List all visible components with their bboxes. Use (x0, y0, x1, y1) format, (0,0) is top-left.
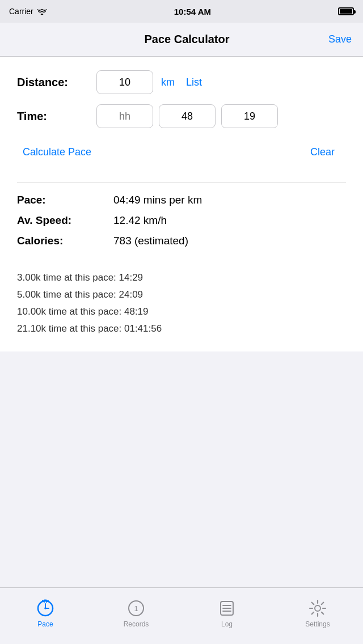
actions-row: Calculate Pace Clear (17, 138, 346, 171)
log-tab-label: Log (221, 620, 233, 628)
pace-tab-icon (36, 599, 55, 618)
tab-log[interactable]: Log (193, 599, 261, 628)
battery-icon (338, 7, 354, 15)
tab-bar: Pace 1 Records Log (0, 587, 363, 644)
distance-input[interactable] (96, 70, 153, 94)
calories-row: Calories: 783 (estimated) (17, 235, 346, 247)
settings-tab-icon (308, 599, 327, 618)
time-row: Time: (17, 104, 346, 128)
svg-line-19 (322, 612, 324, 614)
pace-value: 04:49 mins per km (113, 194, 202, 206)
svg-point-13 (315, 605, 320, 611)
distance-row: Distance: km List (17, 70, 346, 94)
time-hh-input[interactable] (96, 104, 153, 128)
pace-tab-label: Pace (37, 620, 53, 628)
nav-title: Pace Calculator (45, 33, 328, 46)
settings-tab-label: Settings (305, 620, 330, 628)
main-content: Distance: km List Time: Calculate Pace C… (0, 57, 363, 182)
nav-bar: Pace Calculator Save (0, 23, 363, 57)
svg-line-21 (312, 612, 314, 614)
records-tab-label: Records (124, 620, 149, 628)
speed-label: Av. Speed: (17, 214, 113, 227)
tab-records[interactable]: 1 Records (102, 599, 170, 628)
calories-value: 783 (estimated) (113, 235, 188, 247)
status-right (338, 7, 354, 15)
time-label: Time: (17, 110, 96, 123)
results-divider (17, 182, 346, 183)
projections-section: 3.00k time at this pace: 14:295.00k time… (0, 266, 363, 351)
calories-label: Calories: (17, 235, 113, 247)
log-tab-icon (217, 599, 237, 618)
wifi-icon (37, 7, 47, 15)
calculate-pace-button[interactable]: Calculate Pace (17, 143, 97, 162)
speed-row: Av. Speed: 12.42 km/h (17, 214, 346, 227)
carrier-text: Carrier (9, 7, 33, 16)
svg-point-3 (44, 607, 47, 609)
speed-value: 12.42 km/h (113, 214, 167, 227)
results-section: Pace: 04:49 mins per km Av. Speed: 12.42… (0, 182, 363, 266)
clear-button[interactable]: Clear (305, 143, 340, 162)
svg-line-18 (312, 602, 314, 604)
status-time: 10:54 AM (174, 7, 211, 16)
time-ss-input[interactable] (221, 104, 278, 128)
tab-pace[interactable]: Pace (11, 599, 79, 628)
tab-settings[interactable]: Settings (284, 599, 352, 628)
projection-row: 5.00k time at this pace: 24:09 (17, 289, 346, 300)
time-mm-input[interactable] (159, 104, 216, 128)
records-tab-icon: 1 (126, 599, 146, 618)
svg-line-20 (322, 602, 324, 604)
svg-text:1: 1 (134, 604, 138, 613)
status-bar: Carrier 10:54 AM (0, 0, 363, 23)
pace-label: Pace: (17, 194, 113, 206)
pace-row: Pace: 04:49 mins per km (17, 194, 346, 206)
unit-km-button[interactable]: km (161, 77, 175, 88)
projection-row: 10.00k time at this pace: 48:19 (17, 306, 346, 317)
projection-row: 3.00k time at this pace: 14:29 (17, 272, 346, 283)
list-button[interactable]: List (186, 77, 202, 88)
projection-row: 21.10k time at this pace: 01:41:56 (17, 323, 346, 334)
save-button[interactable]: Save (328, 33, 352, 45)
distance-label: Distance: (17, 76, 96, 89)
svg-rect-6 (44, 599, 47, 601)
status-left: Carrier (9, 7, 47, 16)
time-inputs (96, 104, 278, 128)
